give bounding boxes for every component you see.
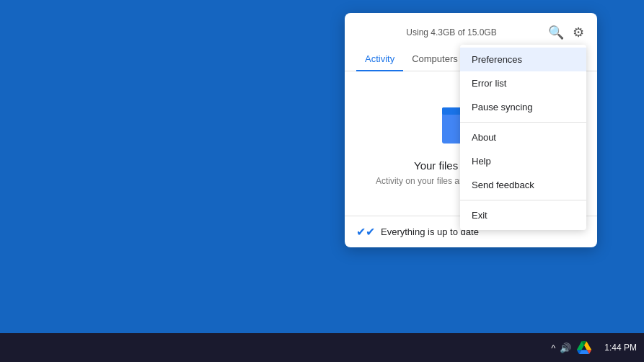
double-checkmark-icon: ✔✔ [356, 225, 375, 239]
header-icons: 🔍 ⚙ [547, 23, 586, 42]
menu-item-help[interactable]: Help [460, 149, 586, 173]
taskbar-chevron-icon[interactable]: ^ [551, 343, 555, 353]
taskbar-volume-icon[interactable]: 🔊 [560, 343, 571, 353]
menu-divider-2 [460, 200, 586, 200]
storage-text: Using 4.3GB of 15.0GB [356, 27, 547, 37]
google-drive-taskbar-svg [577, 341, 591, 354]
taskbar: ^ 🔊 1:44 PM [0, 333, 644, 362]
search-button[interactable]: 🔍 [547, 23, 565, 42]
menu-item-pause-syncing[interactable]: Pause syncing [460, 95, 586, 119]
popup-header: Using 4.3GB of 15.0GB 🔍 ⚙ [345, 13, 597, 42]
settings-icon: ⚙ [573, 25, 584, 40]
search-icon: 🔍 [548, 25, 564, 40]
settings-button[interactable]: ⚙ [571, 23, 586, 42]
taskbar-time: 1:44 PM [604, 343, 637, 353]
taskbar-drive-icon[interactable] [575, 339, 593, 356]
dropdown-menu: Preferences Error list Pause syncing Abo… [460, 45, 586, 230]
taskbar-system-icons: ^ 🔊 [551, 339, 593, 356]
menu-item-error-list[interactable]: Error list [460, 71, 586, 95]
tab-computers[interactable]: Computers [403, 48, 467, 71]
menu-item-exit[interactable]: Exit [460, 203, 586, 227]
menu-item-preferences[interactable]: Preferences [460, 48, 586, 71]
menu-item-send-feedback[interactable]: Send feedback [460, 173, 586, 197]
tab-activity[interactable]: Activity [356, 48, 403, 71]
menu-item-about[interactable]: About [460, 125, 586, 149]
menu-divider-1 [460, 122, 586, 123]
